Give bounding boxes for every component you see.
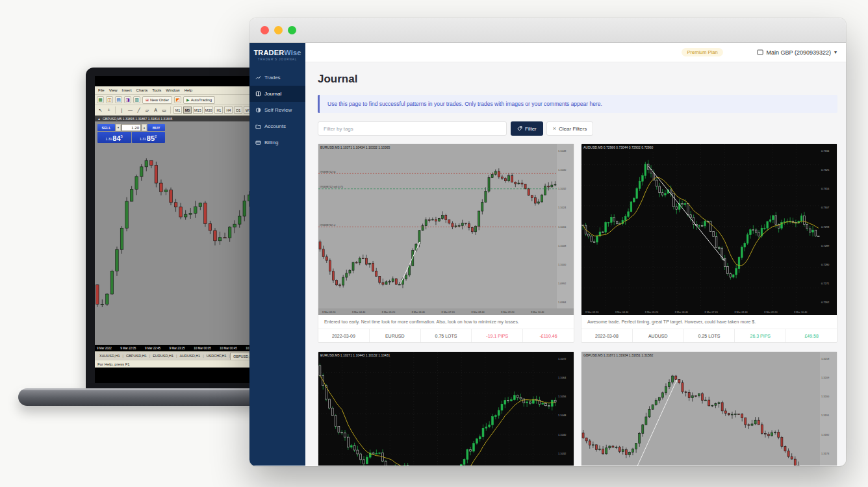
mt4-menu-window[interactable]: Window — [166, 88, 179, 92]
horizontal-line-tool-icon[interactable]: — — [127, 106, 134, 114]
lot-up-stepper[interactable]: ▲ — [142, 124, 147, 131]
sidebar-item-billing[interactable]: Billing — [249, 134, 305, 151]
channel-tool-icon[interactable]: ▱ — [144, 106, 151, 114]
trade-chart-image[interactable]: 1.10721.10641.10561.10481.10401.10321.10… — [318, 352, 574, 466]
tab-audusd-h1[interactable]: AUDUSD,H1 — [177, 354, 203, 358]
svg-text:8 Mar 04:40: 8 Mar 04:40 — [352, 311, 365, 314]
close-window-button[interactable] — [261, 26, 269, 34]
svg-text:1.1040: 1.1040 — [558, 433, 567, 436]
svg-text:8 Mar 03:20: 8 Mar 03:20 — [322, 311, 335, 314]
one-click-trading-panel: SELL ▼ 1.20 ▲ BUY 1.31845 1.31852 — [97, 124, 165, 143]
tag-icon — [517, 126, 522, 131]
svg-text:GBPUSD,M5 1.31871 1.31934 1.31: GBPUSD,M5 1.31871 1.31934 1.31651 1.3158… — [583, 353, 654, 357]
mt4-menu-help[interactable]: Help — [185, 88, 192, 92]
svg-text:1.1000: 1.1000 — [558, 263, 567, 266]
trade-date: 2022-03-09 — [318, 329, 369, 342]
crosshair-tool-icon[interactable]: + — [105, 106, 112, 114]
svg-text:0.7334: 0.7334 — [821, 149, 830, 153]
book-icon — [255, 91, 261, 97]
logo-tagline: TRADER'S JOURNAL — [252, 58, 303, 61]
svg-text:8 Mar 09:20: 8 Mar 09:20 — [501, 311, 514, 314]
tab-usdchf-h1[interactable]: USDCHF,H1 — [204, 354, 229, 358]
trade-chart-image[interactable]: 1.10481.10401.10321.10241.10161.10081.10… — [318, 144, 574, 315]
main-panel: Premium Plan Main GBP (2090939322) ▾ Jou… — [305, 43, 846, 466]
minimize-window-button[interactable] — [274, 26, 283, 34]
svg-text:0.7271: 0.7271 — [821, 282, 830, 285]
vertical-line-tool-icon[interactable]: | — [118, 106, 125, 114]
trade-card: 0.73340.73250.73160.73070.72980.72890.72… — [581, 144, 837, 343]
new-order-button[interactable]: ⊞ New Order — [142, 96, 172, 104]
profiles-icon[interactable]: ◫ — [106, 96, 113, 103]
text-tool-icon[interactable]: A — [152, 106, 159, 114]
svg-text:1.1024: 1.1024 — [558, 206, 567, 209]
logo-accent-text: Wise — [284, 49, 301, 56]
clear-filters-button[interactable]: × Clear Filters — [546, 121, 593, 136]
svg-text:1.3182: 1.3182 — [821, 433, 830, 436]
sidebar-item-label: Journal — [264, 91, 281, 97]
contrast-icon — [255, 107, 261, 113]
trade-stats: 2022-03-09 EURUSD 0.75 LOTS -19.1 PIPS -… — [318, 329, 574, 342]
filter-button[interactable]: Filter — [511, 121, 543, 136]
svg-text:1.3209: 1.3209 — [821, 376, 830, 379]
chart-arrow-icon: ▲ — [97, 117, 101, 121]
trendline-tool-icon[interactable]: ╱ — [135, 106, 142, 114]
tag-filter-input[interactable] — [318, 121, 507, 136]
trade-chart-image[interactable]: 1.32181.32091.32001.31911.31821.31731.31… — [581, 352, 837, 466]
sidebar: TRADERWise TRADER'S JOURNAL Trades Journ… — [249, 43, 305, 466]
svg-text:8 Mar 08:40: 8 Mar 08:40 — [471, 311, 484, 314]
svg-text:0.7289: 0.7289 — [821, 244, 830, 247]
timeframe-m5[interactable]: M5 — [183, 106, 192, 114]
new-chart-icon[interactable]: ▦ — [97, 96, 104, 103]
cursor-tool-icon[interactable]: ↖ — [97, 106, 104, 114]
buy-button[interactable]: BUY — [147, 124, 165, 131]
mt4-menu-tools[interactable]: Tools — [152, 88, 161, 92]
navigator-icon[interactable]: ◨ — [124, 96, 131, 103]
timeframe-m15[interactable]: M15 — [193, 106, 203, 114]
sidebar-item-accounts[interactable]: Accounts — [249, 118, 305, 134]
trade-stats: 2022-03-08 AUDUSD 0.25 LOTS 26.3 PIPS £4… — [581, 329, 837, 342]
svg-text:0.7280: 0.7280 — [821, 263, 830, 266]
timeframe-h1[interactable]: H1 — [214, 106, 223, 114]
ask-price[interactable]: 1.31852 — [132, 132, 166, 143]
svg-text:#95698712 sell 0.75: #95698712 sell 0.75 — [320, 185, 344, 188]
zoom-window-button[interactable] — [288, 26, 296, 34]
sidebar-item-journal[interactable]: Journal — [249, 86, 305, 102]
shapes-tool-icon[interactable]: ▭ — [160, 106, 168, 114]
autotrading-button[interactable]: ▶ AutoTrading — [183, 96, 215, 104]
trade-chart-image[interactable]: 0.73340.73250.73160.73070.72980.72890.72… — [581, 144, 837, 315]
tab-eurusd-h1[interactable]: EURUSD,H1 — [150, 354, 176, 358]
timeframe-d1[interactable]: D1 — [234, 106, 242, 114]
tab-gbpusd-h1[interactable]: GBPUSD,H1 — [123, 354, 149, 358]
svg-text:1.1016: 1.1016 — [558, 225, 567, 229]
mt4-menu-charts[interactable]: Charts — [136, 88, 148, 92]
bid-price[interactable]: 1.31845 — [97, 132, 131, 143]
mt4-menu-file[interactable]: File — [98, 88, 105, 92]
svg-text:1.1064: 1.1064 — [558, 376, 567, 379]
sidebar-item-label: Billing — [264, 140, 278, 145]
lot-down-stepper[interactable]: ▼ — [116, 124, 121, 131]
sidebar-item-self-review[interactable]: Self Review — [249, 102, 305, 118]
page-title: Journal — [318, 73, 837, 86]
market-watch-icon[interactable]: ▤ — [115, 96, 122, 103]
sell-button[interactable]: SELL — [97, 124, 115, 131]
trade-card: 1.10481.10401.10321.10241.10161.10081.10… — [318, 144, 574, 343]
timeframe-m1[interactable]: M1 — [173, 106, 182, 114]
svg-text:1.1040: 1.1040 — [558, 168, 567, 171]
lot-size-field[interactable]: 1.20 — [121, 124, 141, 131]
mt4-menu-view[interactable]: View — [109, 88, 118, 92]
browser-titlebar — [249, 18, 846, 43]
sidebar-item-trades[interactable]: Trades — [249, 69, 305, 86]
timeframe-m30[interactable]: M30 — [204, 106, 214, 114]
tester-icon[interactable]: ◩ — [174, 96, 181, 103]
close-icon: × — [553, 125, 556, 132]
trend-icon — [255, 75, 261, 81]
tab-xauusd-h1[interactable]: XAUUSD,H1 — [97, 354, 122, 358]
svg-text:8 Mar 04:40: 8 Mar 04:40 — [615, 311, 628, 314]
mt4-menu-insert[interactable]: Insert — [122, 88, 132, 92]
account-selector[interactable]: Main GBP (2090939322) ▾ — [757, 49, 837, 56]
trade-symbol: EURUSD — [369, 329, 420, 342]
svg-text:EURUSD,M5 1.10371 1.10434 1.10: EURUSD,M5 1.10371 1.10434 1.10332 1.1036… — [320, 145, 390, 149]
timeframe-h4[interactable]: H4 — [224, 106, 233, 114]
svg-text:#95698712 tp: #95698712 tp — [320, 170, 336, 173]
terminal-icon[interactable]: ▥ — [133, 96, 140, 103]
